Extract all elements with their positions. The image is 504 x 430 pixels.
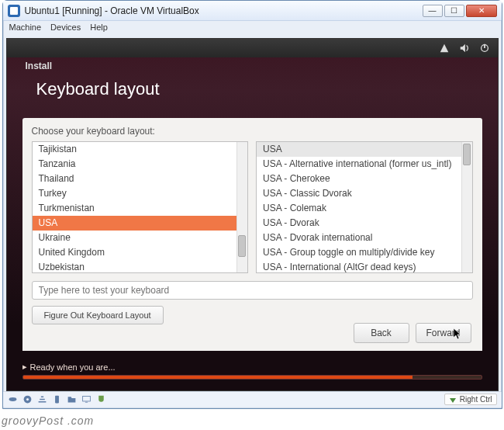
svg-point-4 xyxy=(9,397,16,401)
scrollbar-track[interactable] xyxy=(236,142,247,272)
cursor-icon xyxy=(454,328,463,341)
progress-label[interactable]: ▸ Ready when you are... xyxy=(22,362,482,372)
list-item[interactable]: Turkey xyxy=(33,186,248,201)
scrollbar-thumb[interactable] xyxy=(463,144,471,165)
layout-lists: TajikistanTanzaniaThailandTurkeyTurkmeni… xyxy=(32,141,473,273)
keyboard-prompt: Choose your keyboard layout: xyxy=(32,126,473,137)
list-item[interactable]: Ukraine xyxy=(33,231,248,245)
host-key-indicator[interactable]: Right Ctrl xyxy=(444,394,497,405)
list-item[interactable]: USA - Cherokee xyxy=(257,172,472,186)
ubuntu-top-panel xyxy=(7,39,498,57)
status-indicators xyxy=(8,394,106,404)
arrow-down-icon xyxy=(449,396,457,404)
list-item[interactable]: Tanzania xyxy=(33,157,248,172)
list-item[interactable]: USA - Colemak xyxy=(257,201,472,216)
vm-icon xyxy=(8,5,20,17)
list-item[interactable]: USA xyxy=(33,216,248,231)
menu-help[interactable]: Help xyxy=(90,23,108,35)
list-item[interactable]: USA - Group toggle on multiply/divide ke… xyxy=(257,245,472,260)
display-icon[interactable] xyxy=(81,394,91,404)
virtualbox-window: Ubuntu1 [Running] - Oracle VM VirtualBox… xyxy=(2,0,502,409)
window-titlebar: Ubuntu1 [Running] - Oracle VM VirtualBox… xyxy=(3,1,502,21)
progress-area: ▸ Ready when you are... xyxy=(22,362,482,380)
disclosure-triangle-icon: ▸ xyxy=(22,362,27,372)
variant-listbox[interactable]: USAUSA - Alternative international (form… xyxy=(256,141,473,273)
menubar: Machine Devices Help xyxy=(3,21,502,36)
mouse-integration-icon[interactable] xyxy=(96,394,106,404)
network-adapter-icon[interactable] xyxy=(37,394,47,404)
sound-icon[interactable] xyxy=(459,43,470,54)
watermark: groovyPost .com xyxy=(2,414,94,427)
svg-rect-8 xyxy=(82,396,90,401)
list-item[interactable]: USA xyxy=(257,142,472,157)
list-item[interactable]: Tajikistan xyxy=(33,142,248,157)
hard-disk-icon[interactable] xyxy=(8,394,18,404)
list-item[interactable]: USA - International (AltGr dead keys) xyxy=(257,260,472,273)
country-listbox[interactable]: TajikistanTanzaniaThailandTurkeyTurkmeni… xyxy=(32,141,249,273)
svg-rect-1 xyxy=(10,7,18,15)
list-item[interactable]: United Kingdom xyxy=(33,245,248,260)
list-item[interactable]: Uzbekistan xyxy=(33,260,248,273)
nav-buttons: Back Forward xyxy=(354,323,471,343)
progress-fill xyxy=(23,376,413,379)
back-button[interactable]: Back xyxy=(354,323,409,343)
svg-rect-9 xyxy=(85,402,87,403)
power-icon[interactable] xyxy=(479,43,490,54)
menu-devices[interactable]: Devices xyxy=(50,23,81,35)
scrollbar-track[interactable] xyxy=(461,142,472,272)
window-controls: — ☐ ✕ xyxy=(423,5,497,17)
shared-folders-icon[interactable] xyxy=(67,394,77,404)
usb-icon[interactable] xyxy=(52,394,62,404)
figure-out-button[interactable]: Figure Out Keyboard Layout xyxy=(32,306,164,324)
svg-rect-7 xyxy=(55,396,59,404)
progress-bar xyxy=(22,375,482,380)
keyboard-test-input[interactable] xyxy=(32,281,473,300)
maximize-button[interactable]: ☐ xyxy=(444,5,464,17)
guest-display: Install Keyboard layout Choose your keyb… xyxy=(6,38,499,391)
list-item[interactable]: USA - Dvorak international xyxy=(257,231,472,245)
page-heading: Keyboard layout xyxy=(36,79,160,99)
list-item[interactable]: USA - Dvorak xyxy=(257,216,472,231)
close-button[interactable]: ✕ xyxy=(466,5,497,17)
svg-rect-3 xyxy=(484,44,485,48)
forward-button[interactable]: Forward xyxy=(416,323,471,343)
installer-panel: Choose your keyboard layout: TajikistanT… xyxy=(22,118,482,351)
menu-machine[interactable]: Machine xyxy=(9,23,42,35)
svg-point-6 xyxy=(26,398,28,401)
list-item[interactable]: USA - Alternative international (former … xyxy=(257,157,472,172)
minimize-button[interactable]: — xyxy=(423,5,443,17)
virtualbox-statusbar: Right Ctrl xyxy=(3,391,502,407)
list-item[interactable]: Turkmenistan xyxy=(33,201,248,216)
optical-disk-icon[interactable] xyxy=(22,394,33,404)
window-title: Ubuntu1 [Running] - Oracle VM VirtualBox xyxy=(25,5,423,16)
breadcrumb: Install xyxy=(26,61,53,71)
network-icon[interactable] xyxy=(439,43,450,54)
list-item[interactable]: USA - Classic Dvorak xyxy=(257,186,472,201)
ubuntu-installer: Install Keyboard layout Choose your keyb… xyxy=(7,57,498,390)
scrollbar-thumb[interactable] xyxy=(238,235,246,257)
list-item[interactable]: Thailand xyxy=(33,172,248,186)
